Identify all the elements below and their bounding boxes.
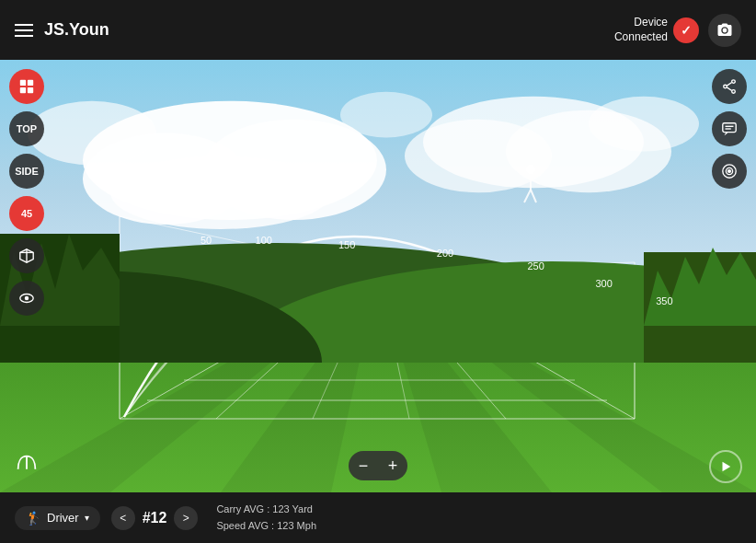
wind-icon [14, 452, 40, 478]
distance-200: 200 [437, 248, 453, 259]
angle-45-label: 45 [21, 208, 32, 219]
svg-rect-68 [723, 123, 736, 133]
header-right: Device Connected ✓ [614, 14, 741, 47]
main-viewport: 350 300 250 200 150 100 50 [0, 60, 756, 492]
chat-button[interactable] [712, 111, 747, 146]
svg-marker-76 [723, 462, 731, 472]
target-button[interactable] [712, 154, 747, 189]
svg-point-64 [724, 85, 727, 88]
right-sidebar [712, 69, 747, 189]
eye-icon [18, 290, 35, 306]
chat-icon [721, 121, 738, 137]
distance-150: 150 [338, 239, 355, 250]
svg-point-62 [25, 296, 29, 301]
hole-navigation: < #12 > [111, 506, 199, 530]
distance-250: 250 [527, 260, 544, 272]
club-selector[interactable]: 🏌 Driver ▾ [15, 506, 100, 530]
left-sidebar: TOP SIDE 45 [9, 69, 44, 316]
target-icon [721, 163, 738, 179]
svg-point-74 [728, 170, 731, 173]
svg-rect-56 [20, 87, 26, 93]
play-icon [719, 460, 732, 473]
side-view-label: SIDE [15, 166, 39, 177]
svg-line-50 [520, 173, 531, 179]
camera-button[interactable] [708, 14, 741, 47]
svg-line-51 [531, 179, 540, 184]
cube-icon [18, 248, 35, 264]
top-view-label: TOP [17, 123, 37, 134]
distance-300: 300 [595, 278, 612, 289]
header: JS.Youn Device Connected ✓ [0, 0, 756, 60]
hole-number: #12 [143, 510, 167, 526]
distance-50: 50 [200, 235, 212, 246]
club-icon: 🏌 [26, 511, 41, 526]
svg-rect-57 [28, 87, 33, 93]
svg-point-8 [28, 101, 156, 166]
svg-rect-54 [20, 80, 26, 86]
device-status-text: Device Connected [614, 16, 668, 44]
zoom-out-button[interactable]: − [349, 451, 378, 480]
device-status: Device Connected ✓ [614, 16, 699, 44]
speed-avg: Speed AVG : 123 Mph [216, 518, 316, 535]
stats-panel: Carry AVG : 123 Yard Speed AVG : 123 Mph [216, 502, 316, 534]
zoom-in-button[interactable]: + [378, 451, 407, 480]
top-view-button[interactable]: TOP [9, 111, 44, 146]
svg-line-53 [531, 190, 536, 202]
hills-layer [0, 179, 756, 363]
svg-point-48 [526, 165, 535, 174]
svg-rect-55 [28, 80, 33, 86]
share-icon [721, 78, 738, 95]
bottom-bar: 🏌 Driver ▾ < #12 > Carry AVG : 123 Yard … [0, 492, 756, 543]
zoom-controls: − + [349, 451, 407, 480]
carry-avg: Carry AVG : 123 Yard [216, 502, 316, 518]
camera-icon [716, 22, 733, 39]
wind-indicator [14, 452, 40, 483]
grid-icon [18, 78, 35, 95]
cube-view-button[interactable] [9, 238, 44, 273]
svg-line-52 [524, 190, 531, 202]
menu-button[interactable] [15, 24, 33, 37]
next-hole-button[interactable]: > [174, 506, 198, 530]
svg-line-67 [727, 87, 731, 91]
grid-view-button[interactable] [9, 69, 44, 104]
play-button[interactable] [709, 450, 742, 483]
share-button[interactable] [712, 69, 747, 104]
user-title: JS.Youn [44, 20, 109, 40]
svg-point-7 [589, 97, 699, 152]
eye-view-button[interactable] [9, 281, 44, 316]
distance-350: 350 [656, 295, 672, 306]
club-name: Driver [47, 511, 79, 525]
golfer-silhouette [512, 164, 544, 214]
distance-100: 100 [256, 235, 272, 246]
device-check-icon: ✓ [673, 17, 699, 43]
angle-45-button[interactable]: 45 [9, 196, 44, 231]
side-view-button[interactable]: SIDE [9, 154, 44, 189]
header-left: JS.Youn [15, 20, 109, 40]
svg-line-66 [727, 83, 731, 87]
svg-point-63 [732, 80, 736, 84]
chevron-down-icon: ▾ [85, 513, 89, 523]
prev-hole-button[interactable]: < [111, 506, 135, 530]
svg-point-65 [732, 90, 736, 94]
svg-point-9 [340, 92, 432, 138]
